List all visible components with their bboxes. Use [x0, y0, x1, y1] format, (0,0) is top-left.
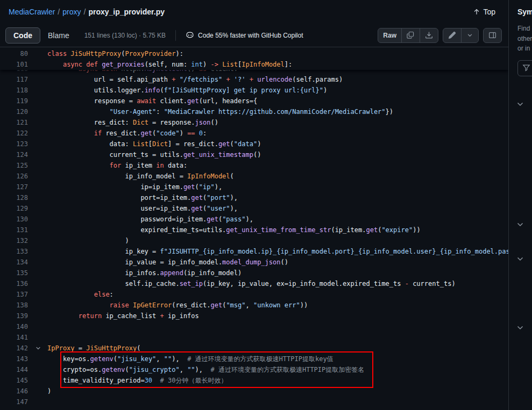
- line-number[interactable]: 147: [0, 397, 28, 407]
- line-number[interactable]: 118: [0, 85, 28, 96]
- line-number[interactable]: 136: [0, 278, 28, 289]
- symbol-tree-expander[interactable]: [516, 323, 524, 334]
- code-line: 143 key=os.getenv("jisu_key", ""), # 通过环…: [0, 354, 508, 364]
- code-line: 141: [0, 332, 508, 343]
- download-icon: [425, 31, 433, 39]
- gutter-gap: [28, 225, 47, 235]
- breadcrumb-separator: /: [58, 8, 60, 16]
- line-number[interactable]: 135: [0, 268, 28, 278]
- line-number[interactable]: 80: [0, 48, 28, 59]
- code-text: current_ts = utils.get_unix_timestamp(): [47, 149, 261, 160]
- line-number[interactable]: 117: [0, 74, 28, 85]
- breadcrumb-folder-link[interactable]: proxy: [62, 8, 81, 16]
- download-raw-button[interactable]: [420, 28, 438, 43]
- code-line: 119 response = await client.get(url, hea…: [0, 96, 508, 106]
- code-text: data: List[Dict] = res_dict.get("data"): [47, 139, 261, 149]
- gutter-gap: [28, 85, 47, 96]
- gutter-gap: [28, 289, 47, 300]
- line-number[interactable]: 123: [0, 139, 28, 149]
- line-number[interactable]: 144: [0, 364, 28, 375]
- edit-file-button[interactable]: [443, 28, 462, 43]
- line-number[interactable]: 142: [0, 343, 28, 354]
- tab-code[interactable]: Code: [5, 27, 40, 44]
- gutter-gap: [28, 246, 47, 257]
- code-line: 145 time_validity_period=30 # 30分钟（最长时效）: [0, 375, 508, 386]
- copy-raw-button[interactable]: [401, 28, 420, 43]
- symbol-tree-expander[interactable]: [516, 255, 524, 265]
- gutter-gap: [28, 117, 47, 128]
- code-text: port=ip_item.get("port"),: [47, 192, 238, 203]
- code-text: utils.logger.info(f"[JiSuHttpProxy] get …: [47, 85, 327, 96]
- line-number[interactable]: 124: [0, 149, 28, 160]
- line-number[interactable]: 134: [0, 257, 28, 268]
- gutter-gap: [28, 386, 47, 397]
- chevron-down-icon: [516, 100, 524, 109]
- symbols-panel: Symbols Find definitions and references …: [508, 0, 532, 410]
- line-number[interactable]: 137: [0, 289, 28, 300]
- code-line: 134 ip_value = ip_info_model.model_dump_…: [0, 257, 508, 268]
- code-line: 131 expired_time_ts=utils.get_unix_time_…: [0, 225, 508, 235]
- line-number[interactable]: 126: [0, 171, 28, 182]
- code-text: else:: [47, 289, 114, 300]
- gutter-gap: [28, 149, 47, 160]
- tab-blame[interactable]: Blame: [40, 27, 77, 44]
- line-number[interactable]: 146: [0, 386, 28, 397]
- code-text: async def get_proxies(self, num: int) ->…: [47, 59, 292, 70]
- line-number[interactable]: 133: [0, 246, 28, 257]
- edit-options-dropdown[interactable]: [461, 28, 479, 43]
- breadcrumb: MediaCrawler / proxy / proxy_ip_provider…: [0, 0, 508, 24]
- line-number[interactable]: 122: [0, 128, 28, 139]
- code-line: 101 async def get_proxies(self, num: int…: [0, 59, 508, 70]
- line-number[interactable]: 130: [0, 214, 28, 225]
- line-number[interactable]: 138: [0, 300, 28, 311]
- scroll-to-top-button[interactable]: Top: [469, 5, 500, 18]
- symbol-tree-expander[interactable]: [516, 100, 524, 111]
- code-text: raise IpGetError(res_dict.get("msg", "un…: [47, 300, 308, 311]
- line-number[interactable]: 119: [0, 96, 28, 106]
- line-number[interactable]: 140: [0, 321, 28, 332]
- code-line: 146): [0, 386, 508, 397]
- line-number[interactable]: 131: [0, 225, 28, 235]
- chevron-down-icon: [35, 345, 41, 351]
- code-text: password=ip_item.get("pass"),: [47, 214, 253, 225]
- code-line: 118 utils.logger.info(f"[JiSuHttpProxy] …: [0, 85, 508, 96]
- code-line: 122 if res_dict.get("code") == 0:: [0, 128, 508, 139]
- code-line: 135 ip_infos.append(ip_info_model): [0, 268, 508, 278]
- code-text: if res_dict.get("code") == 0:: [47, 128, 207, 139]
- gutter-gap: [28, 214, 47, 225]
- code-line: 138 raise IpGetError(res_dict.get("msg",…: [0, 300, 508, 311]
- symbol-tree-expander[interactable]: [516, 220, 524, 231]
- line-number[interactable]: 141: [0, 332, 28, 343]
- line-number[interactable]: 125: [0, 160, 28, 171]
- line-number[interactable]: 120: [0, 106, 28, 117]
- gutter-gap: [28, 397, 47, 407]
- line-number[interactable]: 121: [0, 117, 28, 128]
- line-number[interactable]: 143: [0, 354, 28, 364]
- line-number[interactable]: 101: [0, 59, 28, 70]
- raw-button[interactable]: Raw: [378, 28, 402, 43]
- line-number[interactable]: 129: [0, 203, 28, 214]
- edit-button-group: [443, 28, 479, 43]
- code-blame-switcher: Code Blame: [5, 27, 77, 44]
- gutter-gap: [28, 96, 47, 106]
- line-number[interactable]: 139: [0, 311, 28, 321]
- line-number[interactable]: 145: [0, 375, 28, 386]
- raw-button-group: Raw: [378, 28, 438, 43]
- code-text: class JiSuHttpProxy(ProxyProvider):: [47, 48, 183, 59]
- gutter-gap: [28, 171, 47, 182]
- code-line: 117 url = self.api_path + "/fetchips" + …: [0, 74, 508, 85]
- file-info: 151 lines (130 loc) · 5.75 KB: [84, 32, 166, 39]
- raw-label: Raw: [383, 32, 396, 39]
- collapse-chevron[interactable]: [28, 343, 47, 354]
- code-line: 126 ip_info_model = IpInfoModel(: [0, 171, 508, 182]
- code-lines: 116 async with httpx.AsyncClient() as cl…: [0, 63, 508, 407]
- line-number[interactable]: 132: [0, 235, 28, 246]
- breadcrumb-repo-link[interactable]: MediaCrawler: [9, 8, 55, 16]
- copilot-banner[interactable]: Code 55% faster with GitHub Copilot: [186, 31, 303, 40]
- gutter-gap: [28, 321, 47, 332]
- code-text: url = self.api_path + "/fetchips" + '?' …: [47, 74, 343, 85]
- symbols-panel-toggle-button[interactable]: [483, 28, 502, 43]
- code-line: 132 ): [0, 235, 508, 246]
- line-number[interactable]: 127: [0, 182, 28, 192]
- line-number[interactable]: 128: [0, 192, 28, 203]
